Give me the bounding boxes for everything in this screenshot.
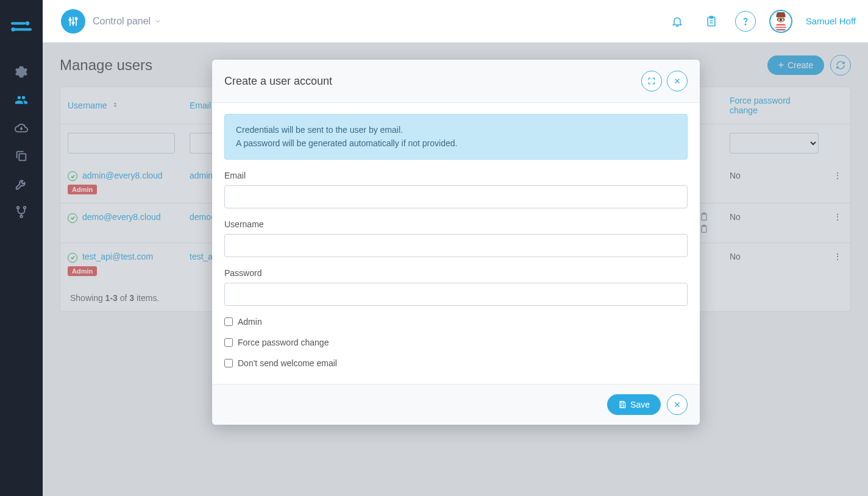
sidebar-item-copy[interactable] [0,142,43,170]
user-avatar[interactable] [769,10,792,33]
svg-point-5 [17,207,20,209]
sidebar [0,0,43,496]
email-label: Email [224,171,688,180]
close-button[interactable] [667,71,688,91]
no-welcome-checkbox[interactable] [224,359,233,367]
svg-point-11 [72,21,74,23]
force-password-checkbox-row[interactable]: Force password change [224,338,688,347]
svg-rect-33 [621,402,624,403]
email-field[interactable] [224,185,688,208]
admin-checkbox[interactable] [224,317,233,326]
user-name-label[interactable]: Samuel Hoff [806,16,856,26]
help-icon[interactable] [735,11,756,32]
svg-point-22 [778,18,780,20]
modal-title: Create a user account [224,75,332,88]
svg-point-13 [75,18,77,19]
svg-rect-24 [775,24,786,30]
notifications-icon[interactable] [667,11,688,32]
password-field[interactable] [224,283,688,306]
svg-point-3 [11,27,15,32]
svg-point-18 [745,24,745,24]
sidebar-item-users[interactable] [0,86,43,114]
clipboard-icon[interactable] [701,11,722,32]
svg-rect-25 [775,25,786,26]
sidebar-item-tools[interactable] [0,170,43,198]
create-user-modal: Create a user account Credentials will b… [212,60,700,425]
svg-rect-4 [19,154,26,160]
sidebar-item-branch[interactable] [0,198,43,226]
svg-point-2 [26,21,30,26]
app-logo-icon[interactable] [9,15,34,40]
username-label: Username [224,219,688,229]
save-button[interactable]: Save [607,394,661,415]
sidebar-item-settings[interactable] [0,58,43,86]
svg-point-9 [69,18,71,20]
section-label: Control panel [93,16,151,27]
no-welcome-checkbox-row[interactable]: Don't send welcome email [224,358,688,368]
svg-point-23 [781,18,783,20]
admin-checkbox-row[interactable]: Admin [224,317,688,327]
svg-point-6 [24,207,26,209]
sidebar-item-download[interactable] [0,114,43,142]
svg-rect-34 [621,405,624,407]
username-field[interactable] [224,234,688,257]
section-dropdown[interactable]: Control panel [93,16,162,27]
cancel-button[interactable] [667,394,688,415]
expand-button[interactable] [641,71,662,91]
svg-point-7 [20,216,23,218]
force-password-checkbox[interactable] [224,338,233,347]
svg-rect-26 [775,27,786,29]
password-label: Password [224,268,688,278]
control-panel-icon[interactable] [61,9,85,34]
topbar: Control panel Samuel Hoff [43,0,868,43]
save-icon [618,400,627,409]
chevron-down-icon [154,18,162,25]
info-box: Credentials will be sent to the user by … [224,114,688,160]
